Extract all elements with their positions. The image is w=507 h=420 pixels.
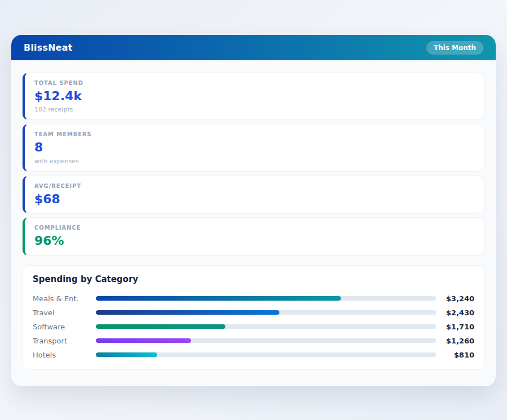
chart-row-software: Software $1,710	[33, 320, 474, 334]
category-value: $2,430	[441, 309, 474, 317]
category-value: $1,710	[441, 323, 474, 331]
bar-track	[96, 310, 436, 315]
stat-subtext: 182 receipts	[34, 106, 474, 113]
category-value: $1,260	[441, 337, 474, 345]
stat-label: TEAM MEMBERS	[34, 131, 474, 137]
bar-fill	[96, 352, 157, 357]
category-value: $3,240	[441, 294, 474, 303]
bar-track	[96, 338, 436, 343]
category-value: $810	[441, 351, 474, 359]
chart-row-meals: Meals & Ent. $3,240	[33, 292, 474, 306]
bar-track	[96, 324, 436, 329]
stat-label: COMPLIANCE	[34, 225, 474, 231]
stat-value: $68	[34, 192, 474, 207]
stat-card-avg-receipt: AVG/RECEIPT $68	[23, 176, 484, 213]
spending-by-category-chart: Spending by Category Meals & Ent. $3,240…	[23, 265, 484, 370]
bar-fill	[96, 338, 191, 343]
stat-value: $12.4k	[34, 89, 474, 104]
stat-value: 8	[34, 140, 474, 155]
bar-fill	[96, 310, 279, 315]
chart-row-transport: Transport $1,260	[33, 334, 474, 348]
dashboard-content: TOTAL SPEND $12.4k 182 receipts TEAM MEM…	[11, 60, 496, 380]
category-label: Software	[33, 323, 96, 331]
chart-title: Spending by Category	[33, 274, 474, 284]
dashboard-card: BlissNeat This Month TOTAL SPEND $12.4k …	[11, 35, 496, 386]
stat-value: 96%	[34, 234, 474, 248]
stat-card-compliance: COMPLIANCE 96%	[23, 217, 484, 255]
stat-card-team-members: TEAM MEMBERS 8 with expenses	[23, 124, 484, 171]
chart-row-hotels: Hotels $810	[33, 348, 474, 362]
bar-fill	[96, 296, 341, 301]
period-badge[interactable]: This Month	[426, 41, 483, 55]
stat-subtext: with expenses	[34, 158, 474, 165]
bar-track	[96, 296, 436, 301]
app-title: BlissNeat	[24, 42, 73, 53]
stat-label: TOTAL SPEND	[34, 80, 474, 86]
stat-card-total-spend: TOTAL SPEND $12.4k 182 receipts	[23, 73, 484, 120]
app-header: BlissNeat This Month	[11, 35, 496, 60]
bar-track	[96, 352, 436, 357]
chart-row-travel: Travel $2,430	[33, 306, 474, 320]
category-label: Travel	[33, 309, 96, 317]
category-label: Transport	[33, 337, 96, 345]
bar-fill	[96, 324, 225, 329]
stat-label: AVG/RECEIPT	[34, 183, 474, 189]
category-label: Hotels	[33, 351, 96, 359]
category-label: Meals & Ent.	[33, 294, 96, 303]
